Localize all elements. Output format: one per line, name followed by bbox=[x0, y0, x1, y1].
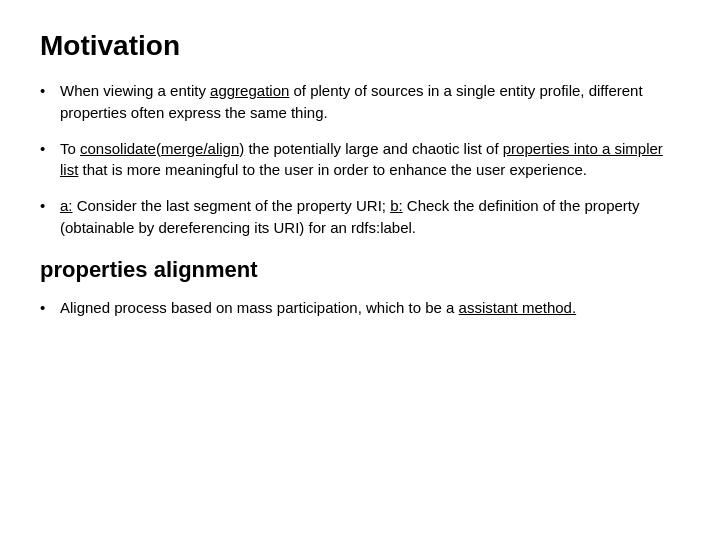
text-aggregation: aggregation bbox=[210, 82, 289, 99]
list-item: To consolidate(merge/align) the potentia… bbox=[40, 138, 680, 182]
text-b-label: b: bbox=[390, 197, 403, 214]
motivation-list: When viewing a entity aggregation of ple… bbox=[40, 80, 680, 239]
text-aligned: Aligned process based on mass participat… bbox=[60, 299, 459, 316]
text-consolidate: consolidate(merge/align) bbox=[80, 140, 244, 157]
text-a-label: a: bbox=[60, 197, 73, 214]
text-assistant-method: assistant method. bbox=[459, 299, 577, 316]
text-normal-4: that is more meaningful to the user in o… bbox=[78, 161, 587, 178]
properties-alignment-section: properties alignment Aligned process bas… bbox=[40, 257, 680, 319]
list-item: a: Consider the last segment of the prop… bbox=[40, 195, 680, 239]
list-item: Aligned process based on mass participat… bbox=[40, 297, 680, 319]
text-to: To bbox=[60, 140, 80, 157]
properties-alignment-heading: properties alignment bbox=[40, 257, 680, 283]
page-title: Motivation bbox=[40, 30, 680, 62]
list-item: When viewing a entity aggregation of ple… bbox=[40, 80, 680, 124]
text-normal: When viewing a entity bbox=[60, 82, 210, 99]
text-normal-3: the potentially large and chaotic list o… bbox=[244, 140, 503, 157]
properties-list: Aligned process based on mass participat… bbox=[40, 297, 680, 319]
text-consider: Consider the last segment of the propert… bbox=[73, 197, 391, 214]
